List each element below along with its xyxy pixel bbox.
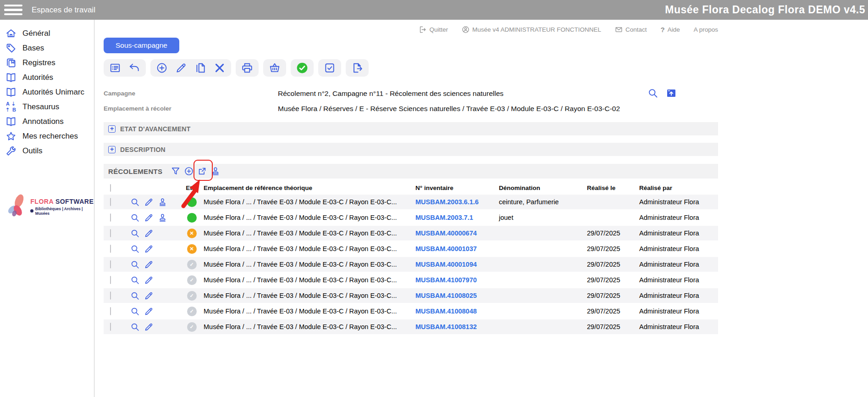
table-row: Musée Flora / ... / Travée E-03 / Module…: [104, 210, 718, 225]
expand-plus-icon[interactable]: +: [108, 125, 116, 133]
edit-icon[interactable]: [144, 307, 154, 316]
inventaire-link[interactable]: MUSBAM.2003.6.1.6: [415, 198, 479, 206]
edit-icon[interactable]: [144, 244, 154, 254]
edit-icon[interactable]: [144, 291, 154, 301]
question-mark-icon: ?: [661, 26, 665, 34]
validate-button[interactable]: [296, 62, 308, 74]
inventaire-link[interactable]: MUSBAM.2003.7.1: [415, 214, 473, 221]
status-icon: ✓: [187, 307, 197, 316]
emplacement-cell: Musée Flora / ... / Travée E-03 / Module…: [204, 261, 415, 268]
apropos-link[interactable]: A propos: [694, 26, 718, 33]
section-etat-avancement[interactable]: + ETAT D'AVANCEMENT: [104, 122, 718, 135]
row-checkbox[interactable]: [110, 245, 111, 253]
campagne-value: Récolement n°2, Campagne n°11 - Récoleme…: [278, 89, 503, 98]
view-icon[interactable]: [130, 244, 140, 254]
sidebar-item-autorites-unimarc[interactable]: Autorités Unimarc: [0, 85, 94, 100]
print-button[interactable]: [241, 62, 253, 74]
table-row: Musée Flora / ... / Travée E-03 / Module…: [104, 195, 718, 209]
undo-button[interactable]: [128, 62, 140, 74]
stamp-icon[interactable]: [158, 213, 167, 223]
basket-button[interactable]: [269, 62, 281, 74]
row-checkbox[interactable]: [110, 276, 111, 284]
inventaire-link[interactable]: MUSBAM.41008132: [415, 323, 477, 330]
expand-plus-icon[interactable]: +: [108, 146, 116, 153]
denomination-cell: jouet: [499, 214, 587, 221]
view-icon[interactable]: [130, 307, 140, 316]
row-checkbox[interactable]: [110, 291, 111, 300]
delete-button[interactable]: [214, 62, 226, 74]
inventaire-link[interactable]: MUSBAM.40001094: [415, 261, 477, 268]
flora-logo-butterfly-icon: [4, 192, 28, 221]
view-icon[interactable]: [130, 213, 140, 223]
view-icon[interactable]: [130, 322, 140, 332]
section-description[interactable]: + DESCRIPTION: [104, 143, 718, 156]
edit-button[interactable]: [175, 62, 187, 74]
stamp-icon[interactable]: [158, 197, 167, 207]
edit-icon[interactable]: [144, 229, 154, 238]
top-bar: Espaces de travail Musée Flora Decalog F…: [0, 0, 868, 20]
realise-par-cell: Administrateur Flora: [639, 198, 718, 206]
section-recolements: RÉCOLEMENTS: [104, 164, 718, 179]
contact-link[interactable]: Contact: [615, 26, 647, 34]
aide-link[interactable]: ?Aide: [661, 26, 680, 34]
row-checkbox[interactable]: [110, 229, 111, 237]
sidebar-item-thesaurus[interactable]: A⇣⇡B Thesaurus: [0, 100, 94, 114]
row-checkbox[interactable]: [110, 198, 111, 206]
view-icon[interactable]: [130, 260, 140, 269]
sidebar-item-general[interactable]: Général: [0, 26, 94, 41]
emplacement-cell: Musée Flora / ... / Travée E-03 / Module…: [204, 292, 415, 299]
inventaire-link[interactable]: MUSBAM.41008025: [415, 292, 477, 299]
edit-icon[interactable]: [144, 197, 154, 207]
edit-icon[interactable]: [144, 275, 154, 285]
quitter-link[interactable]: Quitter: [419, 26, 448, 34]
realise-par-cell: Administrateur Flora: [639, 308, 718, 315]
sidebar-item-outils[interactable]: Outils: [0, 144, 94, 158]
campagne-label: Campagne: [104, 90, 278, 97]
inventaire-link[interactable]: MUSBAM.40000674: [415, 229, 477, 237]
copy-button[interactable]: [194, 62, 206, 74]
book-icon: [6, 116, 17, 127]
checkbox-check-button[interactable]: [324, 62, 336, 74]
user-account-link[interactable]: Musée v4 ADMINISTRATEUR FONCTIONNEL: [462, 26, 601, 34]
row-checkbox[interactable]: [110, 307, 111, 315]
row-checkbox[interactable]: [110, 260, 111, 268]
col-realise-le: Réalisé le: [587, 185, 639, 191]
sidebar-item-autorites[interactable]: Autorités: [0, 70, 94, 85]
field-emplacement: Emplacement à récoler Musée Flora / Rése…: [104, 101, 718, 116]
inventaire-link[interactable]: MUSBAM.41007970: [415, 276, 477, 284]
inventaire-link[interactable]: MUSBAM.40001037: [415, 245, 477, 252]
status-icon: ✕: [187, 244, 197, 254]
edit-icon[interactable]: [144, 322, 154, 332]
view-icon[interactable]: [130, 229, 140, 238]
sidebar-item-annotations[interactable]: Annotations: [0, 114, 94, 129]
realise-le-cell: 29/07/2025: [587, 229, 639, 237]
view-icon[interactable]: [130, 197, 140, 207]
edit-icon[interactable]: [144, 213, 154, 223]
view-icon[interactable]: [130, 275, 140, 285]
realise-par-cell: Administrateur Flora: [639, 229, 718, 237]
realise-par-cell: Administrateur Flora: [639, 214, 718, 221]
stamp-icon[interactable]: [210, 166, 221, 176]
select-all-checkbox[interactable]: [110, 184, 111, 192]
list-view-button[interactable]: [109, 62, 121, 74]
sidebar-item-registres[interactable]: Registres: [0, 56, 94, 70]
row-checkbox[interactable]: [110, 213, 111, 222]
filter-icon[interactable]: [171, 166, 181, 176]
add-circle-icon[interactable]: [184, 166, 194, 176]
wrench-icon: [6, 145, 17, 157]
search-icon[interactable]: [647, 88, 658, 99]
edit-icon[interactable]: [144, 260, 154, 269]
sidebar-item-mes-recherches[interactable]: Mes recherches: [0, 129, 94, 144]
row-checkbox[interactable]: [110, 323, 111, 331]
view-icon[interactable]: [130, 291, 140, 301]
realise-par-cell: Administrateur Flora: [639, 276, 718, 284]
hamburger-menu-icon[interactable]: [4, 5, 22, 16]
tab-sous-campagne[interactable]: Sous-campagne: [104, 38, 179, 53]
inventaire-link[interactable]: MUSBAM.41008048: [415, 308, 477, 315]
table-row: ✓ Musée Flora / ... / Travée E-03 / Modu…: [104, 273, 718, 287]
add-button[interactable]: [156, 62, 168, 74]
sidebar-item-bases[interactable]: Bases: [0, 41, 94, 56]
open-window-icon[interactable]: [666, 88, 677, 99]
export-button[interactable]: [351, 62, 363, 74]
open-external-icon[interactable]: [197, 166, 207, 176]
